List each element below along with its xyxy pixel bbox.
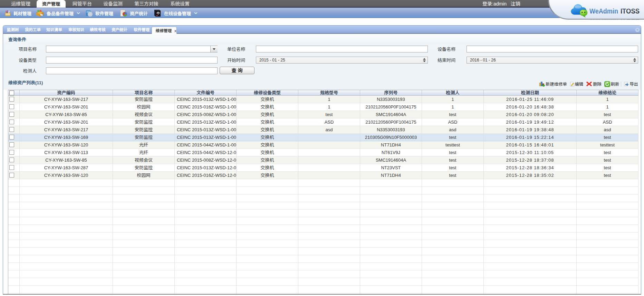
svg-text:WeAdmin: WeAdmin: [589, 18, 618, 20]
svg-text:WeAdmin: WeAdmin: [589, 7, 618, 15]
svg-text:ITOSS: ITOSS: [621, 7, 640, 15]
svg-text:ITOSS: ITOSS: [621, 18, 640, 20]
